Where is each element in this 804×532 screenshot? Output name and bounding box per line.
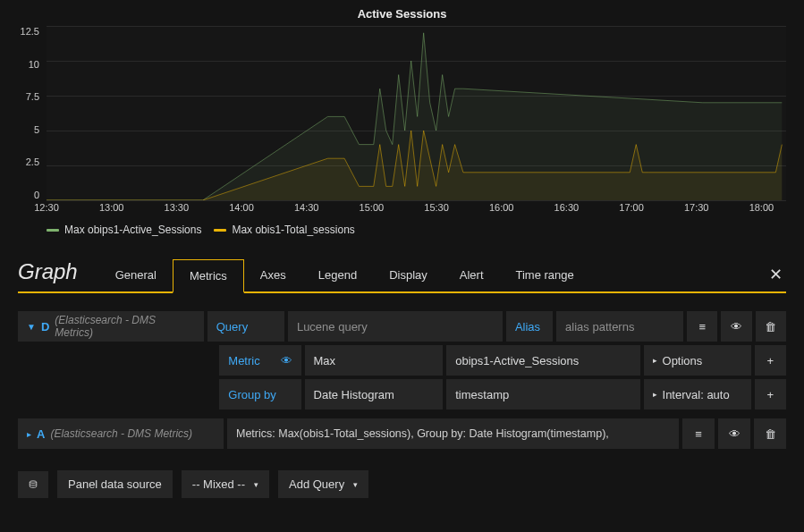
eye-icon[interactable]: 👁 [718,418,750,449]
close-icon[interactable]: ✕ [766,258,786,291]
query-a-header[interactable]: ▸ A (Elasticsearch - DMS Metrics) [18,418,224,449]
groupby-type-select[interactable]: Date Histogram [305,379,444,410]
metric-label: Metric👁 [219,345,300,376]
panel-datasource-label: Panel data source [57,470,173,498]
tab-legend[interactable]: Legend [302,259,373,291]
eye-icon[interactable]: 👁 [721,311,751,342]
tab-display[interactable]: Display [373,259,444,291]
menu-icon[interactable]: ≡ [682,418,715,449]
query-letter: D [41,320,49,334]
add-query-button[interactable]: Add Query ▾ [278,470,368,498]
groupby-field-select[interactable]: timestamp [446,379,639,410]
query-source: (Elasticsearch - DMS Metrics) [55,314,194,339]
trash-icon[interactable]: 🗑 [756,311,786,342]
plot-area [47,26,786,200]
query-letter: A [37,427,45,441]
query-a-summary: Metrics: Max(obis1-Total_sessions), Grou… [227,418,679,449]
chart-legend: Max obips1-Active_SessionsMax obis1-Tota… [14,218,790,247]
menu-icon[interactable]: ≡ [687,311,717,342]
trash-icon[interactable]: 🗑 [754,418,786,449]
panel-editor: Graph GeneralMetricsAxesLegendDisplayAle… [0,247,804,498]
query-d-header[interactable]: ▼ D (Elasticsearch - DMS Metrics) [18,311,204,342]
chart-area[interactable]: 12.5107.552.50 12:3013:0013:3014:0014:30… [14,26,790,218]
datasource-select[interactable]: -- Mixed -- ▾ [182,470,269,498]
tab-alert[interactable]: Alert [444,259,500,291]
legend-item[interactable]: Max obips1-Active_Sessions [47,224,201,236]
lucene-query-input[interactable]: Lucene query [288,311,503,342]
panel-type-label: Graph [18,259,99,291]
groupby-label: Group by [219,379,300,410]
tab-metrics[interactable]: Metrics [173,259,244,293]
chart-title: Active Sessions [14,7,790,21]
y-axis: 12.5107.552.50 [14,26,43,200]
chevron-down-icon: ▼ [27,322,36,332]
datasource-icon[interactable] [18,471,48,498]
add-metric-button[interactable]: + [755,345,786,376]
tab-axes[interactable]: Axes [244,259,302,291]
query-d: ▼ D (Elasticsearch - DMS Metrics) Query … [18,311,786,410]
tab-general[interactable]: General [99,259,173,291]
metric-agg-select[interactable]: Max [305,345,444,376]
legend-item[interactable]: Max obis1-Total_sessions [214,224,354,236]
svg-point-0 [30,480,37,483]
chart-panel: Active Sessions 12.5107.552.50 12:3013:0… [0,0,804,247]
metric-field-select[interactable]: obips1-Active_Sessions [446,345,639,376]
alias-input[interactable]: alias patterns [556,311,683,342]
query-label: Query [207,311,284,342]
tab-time-range[interactable]: Time range [500,259,590,291]
query-source: (Elasticsearch - DMS Metrics) [50,427,192,440]
metric-options-toggle[interactable]: ▸Options [644,345,751,376]
editor-tabs: Graph GeneralMetricsAxesLegendDisplayAle… [18,258,786,293]
query-a: ▸ A (Elasticsearch - DMS Metrics) Metric… [18,418,786,449]
x-axis: 12:3013:0013:3014:0014:3015:0015:3016:00… [47,202,786,218]
chevron-right-icon: ▸ [27,429,31,439]
alias-label: Alias [506,311,553,342]
editor-footer: Panel data source -- Mixed -- ▾ Add Quer… [18,470,786,498]
interval-toggle[interactable]: ▸Interval: auto [644,379,751,410]
add-groupby-button[interactable]: + [755,379,786,410]
